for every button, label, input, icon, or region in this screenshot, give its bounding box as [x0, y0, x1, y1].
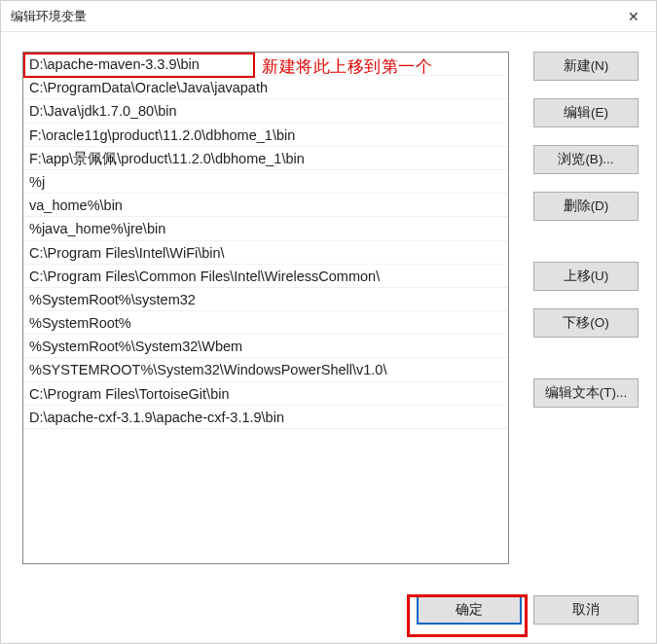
dialog-title: 编辑环境变量 — [11, 8, 87, 25]
list-wrap: D:\apache-maven-3.3.9\bin C:\ProgramData… — [22, 52, 516, 577]
list-item[interactable]: C:\Program Files\Intel\WiFi\bin\ — [23, 241, 508, 265]
move-up-button[interactable]: 上移(U) — [533, 262, 639, 291]
list-item[interactable]: F:\oracle11g\product\11.2.0\dbhome_1\bin — [23, 124, 508, 147]
list-item[interactable]: D:\apache-maven-3.3.9\bin — [23, 53, 508, 76]
list-item[interactable]: %SystemRoot% — [23, 311, 508, 335]
browse-button[interactable]: 浏览(B)... — [533, 145, 639, 174]
list-item[interactable]: C:\Program Files\TortoiseGit\bin — [23, 382, 508, 406]
list-item[interactable]: F:\app\景佩佩\product\11.2.0\dbhome_1\bin — [23, 147, 508, 170]
list-item[interactable]: %j — [23, 170, 508, 194]
close-icon: ✕ — [628, 9, 639, 24]
list-item[interactable]: %SystemRoot%\System32\Wbem — [23, 335, 508, 358]
path-listbox[interactable]: D:\apache-maven-3.3.9\bin C:\ProgramData… — [22, 52, 509, 564]
edit-button[interactable]: 编辑(E) — [533, 98, 639, 127]
edit-text-button[interactable]: 编辑文本(T)... — [533, 378, 639, 408]
ok-button[interactable]: 确定 — [417, 595, 522, 625]
edit-env-var-dialog: 编辑环境变量 ✕ D:\apache-maven-3.3.9\bin C:\Pr… — [0, 0, 657, 644]
list-item[interactable]: %SYSTEMROOT%\System32\WindowsPowerShell\… — [23, 358, 508, 381]
new-button[interactable]: 新建(N) — [533, 52, 639, 81]
list-item[interactable]: va_home%\bin — [23, 194, 508, 217]
list-item[interactable]: %SystemRoot%\system32 — [23, 288, 508, 311]
cancel-button[interactable]: 取消 — [533, 595, 639, 625]
dialog-footer: 确定 取消 — [1, 589, 656, 643]
move-down-button[interactable]: 下移(O) — [533, 308, 639, 338]
dialog-body: D:\apache-maven-3.3.9\bin C:\ProgramData… — [1, 32, 656, 589]
side-button-column: 新建(N) 编辑(E) 浏览(B)... 删除(D) 上移(U) 下移(O) 编… — [533, 52, 639, 577]
list-item[interactable]: C:\Program Files\Common Files\Intel\Wire… — [23, 265, 508, 288]
list-item[interactable]: D:\Java\jdk1.7.0_80\bin — [23, 99, 508, 123]
list-item[interactable]: %java_home%\jre\bin — [23, 217, 508, 240]
titlebar: 编辑环境变量 ✕ — [1, 1, 656, 32]
list-item[interactable]: D:\apache-cxf-3.1.9\apache-cxf-3.1.9\bin — [23, 406, 508, 429]
delete-button[interactable]: 删除(D) — [533, 192, 639, 221]
list-item[interactable]: C:\ProgramData\Oracle\Java\javapath — [23, 76, 508, 99]
close-button[interactable]: ✕ — [611, 1, 656, 32]
